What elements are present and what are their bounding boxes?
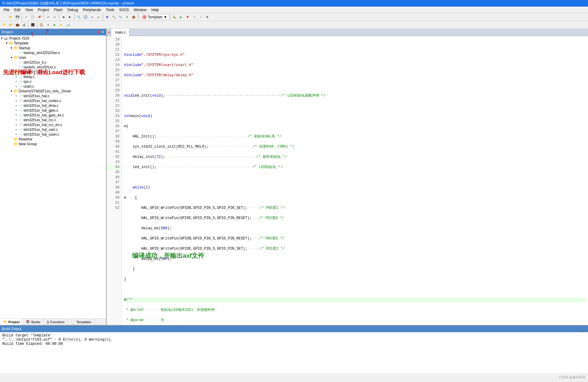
menu-tools[interactable]: Tools <box>104 7 117 13</box>
code-editor[interactable]: #include "./SYSTEM/sys/sys.h" #include "… <box>122 36 588 325</box>
load-btn[interactable]: ⬇ <box>124 14 130 20</box>
tree-toggle-sys[interactable]: + <box>14 80 18 83</box>
tree-toggle-halusart[interactable]: + <box>14 133 18 136</box>
editor-content[interactable]: 19202122 23242526 27282930 31323334 3536… <box>107 36 588 325</box>
outdent-btn[interactable]: ⇤ <box>95 14 102 20</box>
panel-pin-icon[interactable]: 📌 <box>96 30 101 34</box>
tree-startup-file[interactable]: 📄 startup_stm32f103xe.s <box>0 50 106 55</box>
download-btn[interactable]: 📥 <box>131 14 137 20</box>
tree-toggle-root[interactable]: ▼ <box>0 37 4 40</box>
tb2-btn2[interactable]: 📂 <box>8 22 14 28</box>
paste-btn[interactable]: 📌 <box>36 14 42 20</box>
undo-btn[interactable]: ↩ <box>45 14 51 20</box>
tree-toggle-usart[interactable]: + <box>14 85 18 88</box>
menu-flash[interactable]: Flash <box>51 7 65 13</box>
tb2-btn10[interactable]: 📊 <box>65 22 71 28</box>
tree-halUsart[interactable]: + 📄 stm32f1xx_hal_usart.c <box>0 132 106 137</box>
tree-sys[interactable]: + 📄 sys.c <box>0 79 106 84</box>
file-icon-sys: 📄 <box>18 80 23 84</box>
tree-template[interactable]: ▼ 📁 Template <box>0 41 106 46</box>
debug-btn[interactable]: 🐛 <box>171 14 177 20</box>
open-btn[interactable]: 📂 <box>8 14 14 20</box>
menu-peripherals[interactable]: Peripherals <box>80 7 104 13</box>
tree-dma[interactable]: + 📄 stm32f1xx_hal_dma.c <box>0 103 106 108</box>
replace-btn[interactable]: 🔄 <box>82 14 88 20</box>
tree-usart[interactable]: + 📄 usart.c <box>0 84 106 89</box>
template-selector[interactable]: 🎯 Template ▼ <box>141 14 169 20</box>
tree-toggle-haldrv[interactable]: ▼ <box>10 89 13 93</box>
tab-books[interactable]: 📚 Books <box>23 319 44 325</box>
tb2-btn9[interactable]: ▶ <box>58 22 64 28</box>
tree-toggle-gpio[interactable]: + <box>14 109 18 112</box>
cut-btn[interactable]: ✂ <box>23 14 29 20</box>
tree-readme[interactable]: 📁 Readme <box>0 137 106 142</box>
main-layout: Project 📌 ✕ ▼ 🗂 Project: f103 ▼ 📁 <box>0 29 588 325</box>
back-btn[interactable]: ◀ <box>60 14 66 20</box>
build-output: Build Output Build target 'Template' "..… <box>0 325 588 373</box>
tb2-btn4[interactable]: 🖨 <box>21 22 27 28</box>
tree-toggle-gpioex[interactable]: + <box>14 113 18 117</box>
tree-hal[interactable]: + 📄 stm32f1xx_hal.c <box>0 94 106 98</box>
line-numbers: 19202122 23242526 27282930 31323334 3536… <box>107 36 122 325</box>
tree-toggle-startup[interactable]: ▼ <box>10 46 13 50</box>
redo-btn[interactable]: ↪ <box>52 14 58 20</box>
stop-btn[interactable]: ■ <box>185 14 191 20</box>
compile-btn[interactable]: ⚙ <box>104 14 110 20</box>
tab-functions[interactable]: {} Functions <box>44 319 68 325</box>
settings-btn[interactable]: ⚙ <box>205 14 211 20</box>
build-btn[interactable]: 🔨 <box>111 14 117 20</box>
tree-toggle-dma[interactable]: + <box>14 104 18 107</box>
tree-label-uart: stm32f1xx_hal_uart.c <box>23 128 58 132</box>
tree-gpio-ex[interactable]: + 📄 stm32f1xx_hal_gpio_ex.c <box>0 113 106 118</box>
tb2-btn1[interactable]: 📁 <box>1 22 7 28</box>
stepover-btn[interactable]: ↓ <box>198 14 204 20</box>
copy-btn[interactable]: 📋 <box>30 14 36 20</box>
tree-toggle-uart[interactable]: + <box>14 128 18 131</box>
tree-it-file[interactable]: 📄 stm32f1xx_it.c <box>0 60 106 65</box>
tab-templates[interactable]: 📄 Templates <box>68 319 95 325</box>
fwd-btn[interactable]: ▶ <box>67 14 73 20</box>
tree-rcc[interactable]: + 📄 stm32f1xx_hal_rcc.c <box>0 118 106 122</box>
tree-newgroup[interactable]: 📁 New Group <box>0 142 106 146</box>
menu-debug[interactable]: Debug <box>65 7 80 13</box>
tree-toggle-newgroup <box>10 142 13 146</box>
menu-view[interactable]: View <box>23 7 35 13</box>
tb2-btn5[interactable]: ⬛ <box>30 22 36 28</box>
tree-uart[interactable]: + 📄 stm32f1xx_hal_uart.c <box>0 127 106 132</box>
menu-window[interactable]: Window <box>131 7 149 13</box>
tree-toggle-rcc[interactable]: + <box>14 118 18 122</box>
panel-close-icon[interactable]: ✕ <box>101 30 104 34</box>
tb2-btn6[interactable]: 🏠 <box>38 22 44 28</box>
indent-btn[interactable]: ⇥ <box>89 14 95 20</box>
rebuild-btn[interactable]: 🔧 <box>117 14 123 20</box>
tb2-btn3[interactable]: 💼 <box>14 22 20 28</box>
tb2-btn8[interactable]: ▶ <box>52 22 58 28</box>
tree-toggle-user[interactable]: ▼ <box>10 56 13 59</box>
find-btn[interactable]: 🔍 <box>76 14 82 20</box>
menu-file[interactable]: File <box>1 7 12 13</box>
tree-toggle-template[interactable]: ▼ <box>5 41 8 45</box>
new-btn[interactable]: 📄 <box>1 14 7 20</box>
tree-haldrv[interactable]: ▼ 📁 Drivers/STM32F1xx_HAL_Driver <box>0 89 106 94</box>
tree-rcc-ex[interactable]: + 📄 stm32f1xx_hal_rcc_ex.c <box>0 122 106 127</box>
step-btn[interactable]: → <box>191 14 197 20</box>
save-btn[interactable]: 💾 <box>14 14 20 20</box>
menu-svcs[interactable]: SVCS <box>117 7 132 13</box>
tree-user[interactable]: ▼ 📁 User <box>0 55 106 60</box>
tree-toggle-cortex[interactable]: + <box>14 99 18 103</box>
tree-root[interactable]: ▼ 🗂 Project: f103 <box>0 36 106 41</box>
menu-edit[interactable]: Edit <box>12 7 23 13</box>
tree-toggle-hal[interactable]: + <box>14 94 18 98</box>
code-line-46: * @param·······无 <box>124 318 586 323</box>
tree-toggle-rccex[interactable]: + <box>14 123 18 127</box>
menu-project[interactable]: Project <box>35 7 51 13</box>
tree-startup[interactable]: ▼ 📁 Startup <box>0 46 106 50</box>
tab-project[interactable]: 📁 Project <box>0 319 23 325</box>
tree-cortex[interactable]: + 📄 stm32f1xx_hal_cortex.c <box>0 98 106 103</box>
editor-tab-main[interactable]: main.c <box>111 29 129 36</box>
menu-help[interactable]: Help <box>149 7 161 13</box>
project-tree: ▼ 🗂 Project: f103 ▼ 📁 Template ▼ 📁 Start… <box>0 35 106 318</box>
run-btn[interactable]: ▶ <box>178 14 184 20</box>
tree-gpio[interactable]: + 📄 stm32f1xx_hal_gpio.c <box>0 108 106 113</box>
build-text: Build target 'Template' "..\..\Output\f1… <box>0 332 588 373</box>
